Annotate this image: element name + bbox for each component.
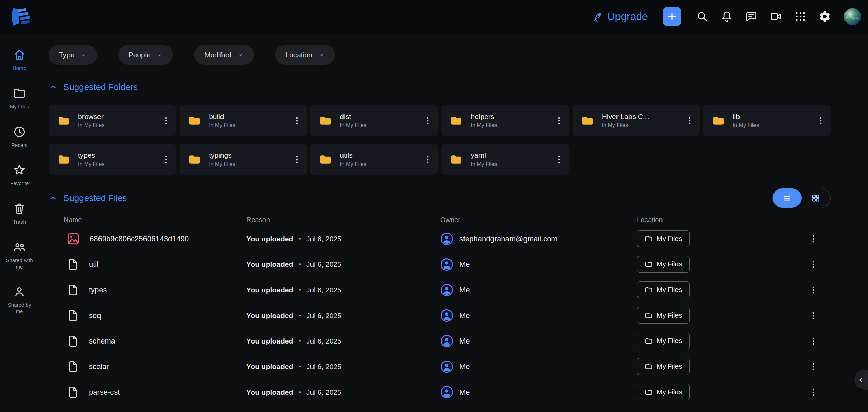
reason-date: Jul 6, 2025 bbox=[306, 260, 341, 269]
filter-type[interactable]: Type bbox=[49, 45, 97, 65]
column-header-owner[interactable]: Owner bbox=[440, 216, 637, 224]
folder-menu-button[interactable] bbox=[422, 154, 433, 165]
folder-card[interactable]: helpers In My Files bbox=[441, 105, 568, 136]
row-menu-button[interactable] bbox=[808, 386, 819, 398]
folder-icon bbox=[645, 363, 653, 370]
sidebar-item-label: Favorite bbox=[10, 180, 29, 187]
user-avatar[interactable] bbox=[843, 7, 862, 26]
folder-card[interactable]: dist In My Files bbox=[310, 105, 438, 136]
column-header-location[interactable]: Location bbox=[637, 216, 808, 224]
location-button[interactable]: My Files bbox=[637, 307, 690, 324]
reason-date: Jul 6, 2025 bbox=[306, 388, 341, 396]
location-button[interactable]: My Files bbox=[637, 281, 690, 298]
apps-grid-icon[interactable] bbox=[794, 10, 807, 23]
column-header-reason[interactable]: Reason bbox=[246, 216, 440, 224]
file-owner-cell: Me bbox=[440, 335, 637, 348]
file-row[interactable]: util You uploaded • Jul 6, 2025 Me My Fi… bbox=[49, 251, 831, 277]
file-row[interactable]: parse-cst You uploaded • Jul 6, 2025 Me … bbox=[49, 379, 831, 405]
notifications-bell-icon[interactable] bbox=[720, 10, 733, 23]
folder-menu-button[interactable] bbox=[291, 154, 303, 165]
file-row[interactable]: seq You uploaded • Jul 6, 2025 Me My Fil… bbox=[49, 303, 831, 328]
folder-card[interactable]: Hiver Labs C... In My Files bbox=[573, 105, 700, 136]
location-button[interactable]: My Files bbox=[637, 256, 690, 273]
folder-card[interactable]: build In My Files bbox=[180, 105, 307, 136]
file-location-cell: My Files bbox=[637, 358, 808, 375]
chevron-up-icon[interactable] bbox=[49, 82, 58, 92]
sidebar-item-shared-with-me[interactable]: Shared with me bbox=[0, 240, 39, 270]
folder-card[interactable]: lib In My Files bbox=[703, 105, 831, 136]
folder-card[interactable]: browser In My Files bbox=[49, 105, 176, 136]
folder-meta: lib In My Files bbox=[733, 112, 759, 128]
row-menu-button[interactable] bbox=[808, 233, 819, 245]
folder-meta: dist In My Files bbox=[340, 112, 366, 128]
file-name-cell: parse-cst bbox=[49, 386, 246, 399]
location-button[interactable]: My Files bbox=[637, 358, 690, 375]
file-location-cell: My Files bbox=[637, 256, 808, 273]
folder-card[interactable]: utils In My Files bbox=[310, 144, 438, 175]
location-button[interactable]: My Files bbox=[637, 333, 690, 349]
row-menu-button[interactable] bbox=[808, 361, 819, 372]
sidebar-item-trash[interactable]: Trash bbox=[0, 202, 39, 225]
folder-meta: Hiver Labs C... In My Files bbox=[602, 112, 649, 128]
grid-view-icon bbox=[811, 194, 820, 203]
more-options-icon bbox=[808, 310, 819, 321]
sidebar-item-label: Trash bbox=[13, 219, 26, 225]
row-menu-button[interactable] bbox=[808, 284, 819, 296]
file-name-cell: util bbox=[49, 258, 246, 271]
folder-card[interactable]: typings In My Files bbox=[180, 144, 307, 175]
document-file-icon bbox=[66, 309, 79, 322]
grid-view-button[interactable] bbox=[802, 188, 831, 208]
sidebar-item-my-files[interactable]: My Files bbox=[0, 87, 39, 110]
location-button[interactable]: My Files bbox=[637, 230, 690, 247]
folder-name: browser bbox=[78, 112, 104, 121]
folder-menu-button[interactable] bbox=[815, 115, 826, 126]
row-menu-button[interactable] bbox=[808, 259, 819, 270]
sidebar-item-recent[interactable]: Recent bbox=[0, 125, 39, 149]
upgrade-button[interactable]: Upgrade bbox=[592, 11, 648, 23]
filter-modified[interactable]: Modified bbox=[194, 45, 254, 65]
folder-menu-button[interactable] bbox=[553, 115, 565, 126]
folder-name: Hiver Labs C... bbox=[602, 112, 649, 121]
folder-card[interactable]: yaml In My Files bbox=[441, 144, 568, 175]
folder-name: utils bbox=[340, 151, 366, 159]
row-menu-button[interactable] bbox=[808, 310, 819, 321]
folder-menu-button[interactable] bbox=[160, 115, 172, 126]
file-row[interactable]: types You uploaded • Jul 6, 2025 Me My F… bbox=[49, 277, 831, 303]
folder-meta: yaml In My Files bbox=[471, 151, 497, 167]
sidebar-item-label: Shared with me bbox=[5, 257, 34, 270]
folder-menu-button[interactable] bbox=[422, 115, 433, 126]
sidebar-item-home[interactable]: Home bbox=[0, 48, 39, 72]
filter-location[interactable]: Location bbox=[275, 45, 335, 65]
sidebar: Home My Files Recent Favorite Trash Shar… bbox=[0, 33, 39, 412]
column-header-name[interactable]: Name bbox=[49, 216, 246, 224]
file-row[interactable]: scalar You uploaded • Jul 6, 2025 Me My … bbox=[49, 354, 831, 379]
folder-menu-button[interactable] bbox=[291, 115, 303, 126]
search-icon[interactable] bbox=[696, 10, 709, 23]
row-menu-button[interactable] bbox=[808, 335, 819, 347]
video-camera-icon[interactable] bbox=[770, 10, 782, 23]
file-name: seq bbox=[89, 311, 101, 320]
filter-bar: Type People Modified Location bbox=[49, 45, 831, 65]
chat-feedback-icon[interactable] bbox=[745, 10, 758, 23]
sidebar-item-shared-by-me[interactable]: Shared by me bbox=[0, 285, 39, 315]
filter-people[interactable]: People bbox=[118, 45, 173, 65]
folder-menu-button[interactable] bbox=[160, 154, 172, 165]
app-logo[interactable] bbox=[7, 4, 33, 30]
folder-card[interactable]: types In My Files bbox=[49, 144, 176, 175]
folder-location: In My Files bbox=[209, 161, 235, 167]
folder-icon bbox=[188, 153, 201, 166]
folder-menu-button[interactable] bbox=[553, 154, 565, 165]
chevron-up-icon[interactable] bbox=[49, 194, 58, 203]
file-row[interactable]: 6869b9c806c25606143d1490 You uploaded • … bbox=[49, 226, 831, 251]
sidebar-item-favorite[interactable]: Favorite bbox=[0, 163, 39, 187]
file-owner-cell: Me bbox=[440, 309, 637, 322]
create-new-button[interactable] bbox=[663, 7, 681, 26]
owner-name: Me bbox=[459, 362, 470, 371]
file-row[interactable]: schema You uploaded • Jul 6, 2025 Me My … bbox=[49, 328, 831, 354]
list-view-button[interactable] bbox=[773, 188, 802, 208]
settings-gear-icon[interactable] bbox=[819, 10, 831, 23]
location-button[interactable]: My Files bbox=[637, 384, 690, 400]
folder-menu-button[interactable] bbox=[684, 115, 696, 126]
folder-icon bbox=[645, 260, 653, 268]
files-table-header: Name Reason Owner Location bbox=[49, 216, 831, 224]
